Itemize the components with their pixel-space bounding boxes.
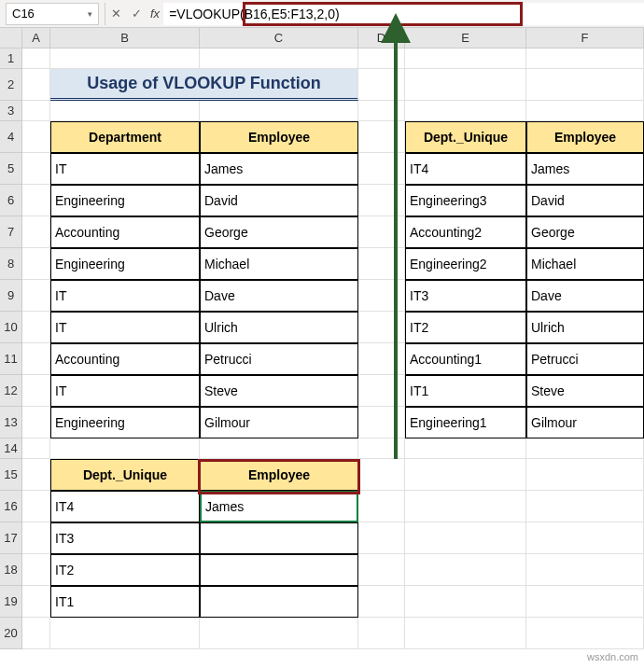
spreadsheet-grid: 1 2 3 4 5 6 7 8 9 10 11 12 13 14 15 16 1… (0, 49, 644, 649)
table-cell[interactable]: IT4 (405, 153, 526, 185)
table-cell[interactable]: Gilmour (526, 407, 644, 438)
table-cell[interactable]: Accounting (50, 343, 200, 375)
column-header-row: A B C D E F (0, 28, 644, 49)
formula-input[interactable]: =VLOOKUP(B16,E5:F13,2,0) (163, 3, 644, 25)
watermark: wsxdn.com (587, 651, 638, 662)
row-header[interactable]: 9 (0, 280, 22, 312)
col-header[interactable]: E (405, 28, 526, 49)
table-cell[interactable]: Engineering2 (405, 248, 526, 280)
table-cell[interactable]: Steve (200, 375, 358, 407)
table2-header: Employee (526, 121, 644, 153)
table-cell[interactable]: IT3 (50, 522, 200, 554)
row-header[interactable]: 18 (0, 554, 22, 586)
table-cell[interactable]: Petrucci (200, 343, 358, 375)
row-header[interactable]: 10 (0, 312, 22, 343)
row-header[interactable]: 4 (0, 121, 22, 153)
table-cell[interactable] (200, 586, 358, 618)
col-header[interactable]: C (200, 28, 358, 49)
table-cell[interactable]: Engineering3 (405, 185, 526, 216)
table2-header: Dept._Unique (405, 121, 526, 153)
table-cell[interactable]: IT (50, 312, 200, 343)
row-header[interactable]: 6 (0, 185, 22, 216)
select-all-corner[interactable] (0, 28, 22, 49)
active-cell[interactable]: James (200, 491, 358, 522)
col-header[interactable]: A (22, 28, 50, 49)
table-cell[interactable]: James (526, 153, 644, 185)
table-cell[interactable]: George (526, 216, 644, 248)
table-cell[interactable]: David (526, 185, 644, 216)
row-header[interactable]: 12 (0, 375, 22, 407)
table-cell[interactable]: David (200, 185, 358, 216)
col-header[interactable]: F (526, 28, 644, 49)
name-box-value: C16 (12, 7, 35, 21)
row-header[interactable]: 14 (0, 438, 22, 459)
table-cell[interactable]: IT1 (50, 586, 200, 618)
table-cell[interactable]: Dave (200, 280, 358, 312)
table-cell[interactable]: Ulrich (526, 312, 644, 343)
table-cell[interactable]: IT2 (50, 554, 200, 586)
table-cell[interactable] (200, 554, 358, 586)
accept-icon[interactable]: ✓ (126, 7, 147, 21)
table3-header: Employee (200, 459, 358, 491)
table-cell[interactable]: Accounting1 (405, 343, 526, 375)
table-cell[interactable]: Accounting (50, 216, 200, 248)
row-header[interactable]: 3 (0, 101, 22, 121)
row-header[interactable]: 11 (0, 343, 22, 375)
row-header[interactable]: 20 (0, 618, 22, 649)
table-cell[interactable]: Ulrich (200, 312, 358, 343)
row-header[interactable]: 1 (0, 49, 22, 69)
table-cell[interactable]: George (200, 216, 358, 248)
table-cell[interactable]: Michael (200, 248, 358, 280)
table-cell[interactable] (200, 522, 358, 554)
col-header[interactable]: D (358, 28, 405, 49)
page-title: Usage of VLOOKUP Function (50, 69, 358, 101)
table-cell[interactable]: Engineering (50, 248, 200, 280)
table-cell[interactable]: Petrucci (526, 343, 644, 375)
table-cell[interactable]: IT3 (405, 280, 526, 312)
name-box[interactable]: C16 ▾ (6, 3, 99, 25)
cancel-icon[interactable]: ✕ (105, 7, 126, 21)
table-cell[interactable]: IT (50, 375, 200, 407)
table1-header: Employee (200, 121, 358, 153)
row-header[interactable]: 17 (0, 522, 22, 554)
table-cell[interactable]: James (200, 153, 358, 185)
row-header[interactable]: 7 (0, 216, 22, 248)
table-cell[interactable]: Steve (526, 375, 644, 407)
row-header[interactable]: 8 (0, 248, 22, 280)
chevron-down-icon[interactable]: ▾ (88, 9, 92, 19)
table-cell[interactable]: Dave (526, 280, 644, 312)
table-cell[interactable]: IT2 (405, 312, 526, 343)
row-header[interactable]: 15 (0, 459, 22, 491)
table-cell[interactable]: Michael (526, 248, 644, 280)
row-header[interactable]: 19 (0, 586, 22, 618)
table-cell[interactable]: IT1 (405, 375, 526, 407)
cells-area[interactable]: Usage of VLOOKUP Function Department Emp… (22, 49, 644, 649)
row-header[interactable]: 13 (0, 407, 22, 438)
table-cell[interactable]: Engineering1 (405, 407, 526, 438)
table-cell[interactable]: IT4 (50, 491, 200, 522)
table1-header: Department (50, 121, 200, 153)
row-header[interactable]: 2 (0, 69, 22, 101)
table3-header: Dept._Unique (50, 459, 200, 491)
col-header[interactable]: B (50, 28, 200, 49)
row-header[interactable]: 16 (0, 491, 22, 522)
table-cell[interactable]: Accounting2 (405, 216, 526, 248)
table-cell[interactable]: Engineering (50, 407, 200, 438)
formula-text: =VLOOKUP(B16,E5:F13,2,0) (169, 7, 339, 21)
fx-icon[interactable]: fx (147, 7, 163, 21)
table-cell[interactable]: Engineering (50, 185, 200, 216)
row-header[interactable]: 5 (0, 153, 22, 185)
table-cell[interactable]: IT (50, 280, 200, 312)
formula-bar: C16 ▾ ✕ ✓ fx =VLOOKUP(B16,E5:F13,2,0) (0, 0, 644, 28)
table-cell[interactable]: Gilmour (200, 407, 358, 438)
table-cell[interactable]: IT (50, 153, 200, 185)
row-headers: 1 2 3 4 5 6 7 8 9 10 11 12 13 14 15 16 1… (0, 49, 22, 649)
